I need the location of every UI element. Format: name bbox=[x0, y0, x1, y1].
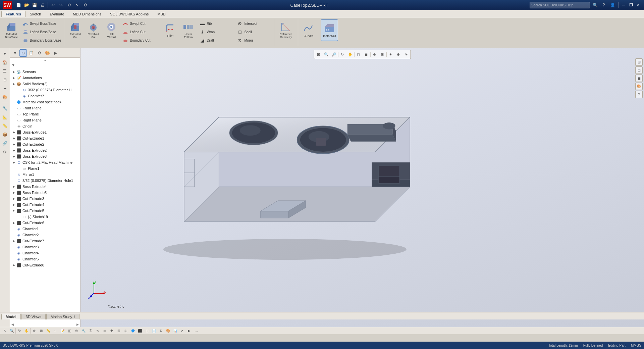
zoom-in-button[interactable]: 🔍 bbox=[323, 51, 330, 58]
bt-measure-button[interactable]: 📏 bbox=[45, 328, 52, 334]
rib-button[interactable]: ▬ Rib bbox=[198, 19, 234, 28]
close-button[interactable]: ✕ bbox=[635, 2, 641, 8]
save-button[interactable]: 💾 bbox=[31, 1, 38, 9]
bt-dim-button[interactable]: ↔ bbox=[52, 328, 59, 334]
restore-button[interactable]: ❐ bbox=[628, 2, 634, 8]
tree-item-boss-extrude2[interactable]: ▶ ⬛ Boss-Extrude2 bbox=[10, 147, 80, 153]
bt-symbol-button[interactable]: Σ bbox=[87, 328, 94, 334]
panel-star-button[interactable]: ✦ bbox=[1, 85, 9, 93]
tree-item-hole[interactable]: ▶ ⊙ 3/32 (0.09375) Diameter H... bbox=[10, 87, 80, 93]
tree-item-csk[interactable]: ▶ ⊙ CSK for #2 Flat Head Machine bbox=[10, 159, 80, 165]
tree-item-hole-diameter[interactable]: ▶ ⊙ 3/32 (0.09375) Diameter Hole1 bbox=[10, 178, 80, 184]
display-button[interactable]: ⊕ bbox=[395, 51, 402, 58]
tree-feature-manager-button[interactable]: ⊙ bbox=[19, 49, 27, 57]
view-orientation-button[interactable]: ⊞ bbox=[379, 51, 386, 58]
tree-item-sensors[interactable]: ▶ 📡 Sensors bbox=[10, 69, 80, 75]
tree-item-boss-extrude3[interactable]: ▶ ⬛ Boss-Extrude3 bbox=[10, 153, 80, 159]
curves-button[interactable]: Curves bbox=[300, 19, 317, 41]
options-button[interactable]: ⚙ bbox=[82, 1, 89, 9]
right-panel-btn5[interactable]: ? bbox=[635, 91, 643, 98]
viewport[interactable]: ⊞ 🔍 🔎 ↻ ✋ ◻ ◼ ⊘ ⊞ ✦ ⊕ ☀ bbox=[80, 48, 644, 327]
expand-boss-extrude2[interactable]: ▶ bbox=[11, 148, 16, 153]
bt-solid-button[interactable]: ⬛ bbox=[137, 328, 143, 334]
instant3d-button[interactable]: 3D Instant3D bbox=[321, 19, 338, 41]
print-button[interactable]: 🖨 bbox=[39, 1, 46, 9]
bt-rotate-button[interactable]: ↻ bbox=[16, 328, 23, 334]
bt-relation-button[interactable]: ⊗ bbox=[73, 328, 80, 334]
tree-content[interactable]: ▶ 📡 Sensors ▶ 📝 Annotations ▶ 📦 Solid Bo… bbox=[10, 68, 80, 322]
rebuild-button[interactable]: ⚙ bbox=[65, 1, 73, 9]
tree-color-button[interactable]: 🎨 bbox=[44, 49, 51, 57]
tab-sketch[interactable]: Sketch bbox=[25, 11, 46, 17]
tree-item-mirror1[interactable]: ▶ ⧖ Mirror1 bbox=[10, 171, 80, 178]
3d-views-tab[interactable]: 3D Views bbox=[21, 314, 46, 319]
expand-cut-extrude3[interactable]: ▶ bbox=[11, 196, 16, 201]
undo-button[interactable]: ↩ bbox=[49, 1, 57, 9]
expand-cut-extrude4[interactable]: ▶ bbox=[11, 202, 16, 207]
tree-item-boss-extrude5[interactable]: ▶ ⬛ Boss-Extrude5 bbox=[10, 190, 80, 196]
tree-item-front-plane[interactable]: ▶ ▭ Front Plane bbox=[10, 105, 80, 111]
bt-snap-button[interactable]: ⊕ bbox=[31, 328, 38, 334]
tree-item-top-plane[interactable]: ▶ ▭ Top Plane bbox=[10, 111, 80, 117]
expand-cut-extrude1[interactable]: ▶ bbox=[11, 136, 16, 141]
panel-table-button[interactable]: ⊞ bbox=[1, 76, 9, 84]
panel-filter-button[interactable]: ▼ bbox=[1, 50, 9, 58]
bt-select-button[interactable]: ↖ bbox=[1, 328, 8, 334]
panel-tool5-button[interactable]: 🔗 bbox=[1, 139, 9, 147]
lofted-cut-button[interactable]: Lofted Cut bbox=[121, 28, 158, 36]
bt-origin-button[interactable]: ◎ bbox=[122, 328, 129, 334]
bt-sim-button[interactable]: ▶ bbox=[186, 328, 193, 334]
swept-boss-base-button[interactable]: Swept Boss/Base bbox=[21, 19, 63, 28]
expand-boss-extrude5[interactable]: ▶ bbox=[11, 190, 16, 195]
fillet-button[interactable]: Fillet bbox=[161, 19, 179, 41]
bt-check-button[interactable]: ✔ bbox=[179, 328, 185, 334]
tree-item-cut-extrude1[interactable]: ▶ ⬛ Cut-Extrude1 bbox=[10, 135, 80, 141]
bt-3dsketch-button[interactable]: 🔷 bbox=[129, 328, 136, 334]
redo-button[interactable]: ↪ bbox=[57, 1, 65, 9]
motion-study-tab[interactable]: Motion Study 1 bbox=[46, 314, 79, 319]
tab-addins[interactable]: SOLIDWORKS Add-Ins bbox=[106, 11, 153, 17]
wireframe-button[interactable]: ◻ bbox=[355, 51, 362, 58]
panel-tool3-button[interactable]: 📏 bbox=[1, 122, 9, 130]
expand-sensors[interactable]: ▶ bbox=[11, 69, 16, 74]
scene-button[interactable]: ☀ bbox=[402, 51, 410, 58]
tree-nav-button[interactable]: ▶ bbox=[52, 49, 59, 57]
minimize-button[interactable]: ─ bbox=[621, 2, 627, 8]
bt-config-button[interactable]: ⚙ bbox=[158, 328, 164, 334]
right-panel-btn4[interactable]: 🎨 bbox=[635, 83, 643, 90]
boundary-cut-button[interactable]: Boundary Cut bbox=[121, 36, 158, 44]
bt-more-button[interactable]: … bbox=[193, 328, 200, 334]
tree-item-sketch19[interactable]: ▶ □ (-) Sketch19 bbox=[10, 214, 80, 220]
user-button[interactable]: 👤 bbox=[609, 1, 616, 9]
bt-display-button[interactable]: 🎨 bbox=[165, 328, 171, 334]
tree-filter-button[interactable]: ▼ bbox=[11, 49, 19, 57]
expand-annotations[interactable]: ▶ bbox=[11, 76, 16, 80]
model-tab[interactable]: Model bbox=[1, 314, 21, 319]
tree-item-chamfer3[interactable]: ▶ ◈ Chamfer3 bbox=[10, 244, 80, 250]
bt-repair-button[interactable]: 🔧 bbox=[80, 328, 87, 334]
tree-item-cut-extrude5[interactable]: ▼ ⬛ Cut-Extrude5 bbox=[10, 208, 80, 214]
expand-csk[interactable]: ▶ bbox=[11, 160, 16, 165]
expand-cut-extrude7[interactable]: ▶ bbox=[11, 239, 16, 243]
search-icon[interactable]: 🔍 bbox=[591, 1, 599, 9]
swept-cut-button[interactable]: Swept Cut bbox=[121, 19, 158, 28]
select-button[interactable]: ↖ bbox=[73, 1, 81, 9]
extruded-boss-base-button[interactable]: ExtrudedBoss/Base bbox=[3, 19, 20, 41]
tree-item-cut-extrude8[interactable]: ▶ ⬛ Cut-Extrude8 bbox=[10, 262, 80, 268]
help-button[interactable]: ? bbox=[600, 1, 607, 9]
new-button[interactable]: 📄 bbox=[15, 1, 22, 9]
tree-item-chamfer2[interactable]: ▶ ◈ Chamfer2 bbox=[10, 232, 80, 238]
revolved-cut-button[interactable]: RevolvedCut bbox=[85, 19, 102, 41]
bt-pan-button[interactable]: ✋ bbox=[23, 328, 30, 334]
bt-zoom-button[interactable]: 🔍 bbox=[8, 328, 15, 334]
expand-solid-bodies[interactable]: ▶ bbox=[11, 82, 16, 86]
right-panel-btn2[interactable]: ◻ bbox=[635, 66, 643, 74]
tree-item-chamfer5[interactable]: ▶ ◈ Chamfer5 bbox=[10, 256, 80, 262]
tree-item-right-plane[interactable]: ▶ ▭ Right Plane bbox=[10, 117, 80, 123]
tree-config-button[interactable]: ⚙ bbox=[36, 49, 43, 57]
bt-axis-button[interactable]: ✚ bbox=[108, 328, 115, 334]
tree-item-origin[interactable]: ▶ ✚ Origin bbox=[10, 123, 80, 129]
wrap-button[interactable]: ⤸ Wrap bbox=[198, 28, 234, 36]
tree-item-cut-extrude4[interactable]: ▶ ⬛ Cut-Extrude4 bbox=[10, 202, 80, 208]
zoom-out-button[interactable]: 🔎 bbox=[330, 51, 338, 58]
